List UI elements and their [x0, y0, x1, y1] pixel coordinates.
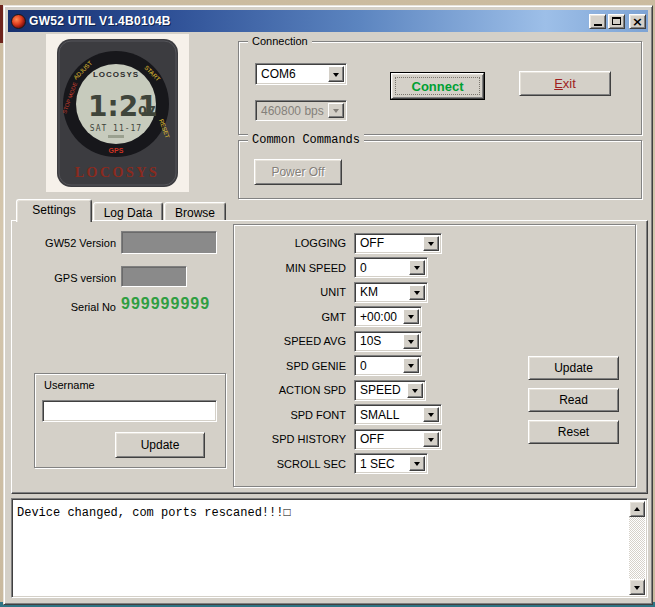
dropdown-arrow-icon[interactable] [407, 383, 423, 398]
arrow-down-glyph [428, 413, 434, 420]
minimize-button[interactable] [589, 14, 606, 29]
tab-log-data[interactable]: Log Data [93, 202, 163, 220]
close-button[interactable]: × [629, 14, 646, 29]
serial-no-label: Serial No [24, 301, 116, 313]
device-ampm: AM [140, 95, 149, 101]
status-log[interactable]: Device changed, com ports rescaned!!!□ [11, 498, 648, 598]
dropdown-arrow-icon[interactable] [409, 260, 425, 275]
serial-no-value: 999999999 [121, 295, 210, 313]
arrow-down-glyph [428, 242, 434, 249]
scroll-down-button[interactable] [629, 579, 645, 595]
reset-button[interactable]: Reset [528, 420, 619, 444]
vertical-scrollbar[interactable] [629, 501, 645, 595]
dropdown-arrow-icon [328, 103, 344, 118]
param-row-scroll-sec: SCROLL SEC 1 SEC [236, 452, 506, 477]
param-label: MIN SPEED [236, 262, 354, 274]
window-title: GW52 UTIL V1.4B0104B [29, 14, 589, 28]
gps-version-field [121, 266, 187, 287]
param-row-speed-avg: SPEED AVG 10S [236, 329, 506, 354]
dropdown-arrow-icon[interactable] [423, 407, 439, 422]
speed-avg-select[interactable]: 10S [354, 331, 422, 352]
dropdown-arrow-icon[interactable] [409, 285, 425, 300]
min-speed-select[interactable]: 0 [354, 257, 428, 278]
app-window: GW52 UTIL V1.4B0104B × LOCOSYS 1:21 AM 0… [3, 5, 653, 605]
param-row-spd-font: SPD FONT SMALL [236, 403, 506, 428]
gmt-select[interactable]: +00:00 [354, 306, 422, 327]
minimize-icon [594, 24, 602, 26]
dropdown-arrow-icon[interactable] [403, 358, 419, 373]
arrow-down-glyph [428, 438, 434, 445]
screenshot-root: GW52 UTIL V1.4B0104B × LOCOSYS 1:21 AM 0… [0, 0, 655, 607]
param-row-min-speed: MIN SPEED 0 [236, 256, 506, 281]
maximize-button[interactable] [608, 14, 625, 29]
update-button-label: Update [554, 361, 593, 375]
param-label: UNIT [236, 286, 354, 298]
param-label: SPD FONT [236, 409, 354, 421]
app-icon [11, 14, 26, 29]
param-label: GMT [236, 311, 354, 323]
tab-log-data-label: Log Data [104, 206, 153, 220]
device-lcd-brand: LOCOSYS [93, 70, 139, 79]
tab-browse[interactable]: Browse [164, 202, 226, 220]
param-row-logging: LOGGING OFF [236, 231, 506, 256]
read-button-label: Read [559, 393, 588, 407]
param-label: SPEED AVG [236, 335, 354, 347]
connect-button-label: Connect [412, 79, 464, 94]
logging-select[interactable]: OFF [354, 233, 442, 254]
device-settings-list: LOGGING OFF MIN SPEED 0 UNIT KM GMT +00:… [236, 231, 506, 476]
scroll-sec-select[interactable]: 1 SEC [354, 453, 428, 474]
gps-version-label: GPS version [24, 272, 116, 284]
titlebar-buttons: × [589, 14, 646, 29]
spd-history-select[interactable]: OFF [354, 429, 442, 450]
device-photo-image: LOCOSYS 1:21 AM 07 SAT 11-17 ADJUST STAR… [46, 34, 189, 192]
spd-font-select[interactable]: SMALL [354, 404, 442, 425]
dropdown-arrow-icon[interactable] [328, 66, 344, 82]
connect-button[interactable]: Connect [390, 72, 485, 100]
arrow-down-glyph [408, 364, 414, 371]
param-row-spd-history: SPD HISTORY OFF [236, 427, 506, 452]
baud-rate-select: 460800 bps [255, 100, 347, 121]
username-group: Username Update [34, 373, 226, 468]
connection-group-label: Connection [248, 35, 312, 48]
gw52-version-field [121, 231, 217, 254]
dropdown-arrow-icon[interactable] [423, 236, 439, 251]
exit-button-label: Exit [554, 76, 576, 91]
arrow-down-icon [634, 586, 640, 593]
arrow-down-glyph [408, 315, 414, 322]
spd-genie-select[interactable]: 0 [354, 355, 422, 376]
param-label: ACTION SPD [236, 384, 354, 396]
param-row-unit: UNIT KM [236, 280, 506, 305]
gw52-version-label: GW52 Version [24, 237, 116, 249]
scroll-up-button[interactable] [629, 501, 645, 517]
dropdown-arrow-icon[interactable] [403, 334, 419, 349]
param-row-gmt: GMT +00:00 [236, 305, 506, 330]
arrow-down-glyph [414, 462, 420, 469]
read-button[interactable]: Read [528, 388, 619, 412]
username-update-button-label: Update [141, 438, 180, 452]
tab-settings-label: Settings [32, 203, 75, 217]
action-spd-select[interactable]: SPEED [354, 380, 426, 401]
device-seconds: 07 [138, 103, 156, 118]
update-button[interactable]: Update [528, 356, 619, 380]
username-input[interactable] [42, 400, 217, 422]
exit-button[interactable]: Exit [519, 71, 611, 96]
dropdown-arrow-icon[interactable] [423, 432, 439, 447]
username-group-label: Username [44, 379, 95, 391]
param-label: SCROLL SEC [236, 458, 354, 470]
titlebar[interactable]: GW52 UTIL V1.4B0104B × [8, 10, 648, 32]
status-log-text: Device changed, com ports rescaned!!!□ [17, 506, 625, 520]
username-update-button[interactable]: Update [115, 432, 205, 458]
com-port-select[interactable]: COM6 [255, 63, 347, 85]
arrow-down-glyph [414, 291, 420, 298]
tab-settings[interactable]: Settings [16, 199, 92, 222]
unit-select[interactable]: KM [354, 282, 428, 303]
close-icon: × [632, 16, 643, 27]
dropdown-arrow-icon[interactable] [403, 309, 419, 324]
common-commands-group-label: Common Commands [248, 134, 364, 147]
arrow-down-glyph [333, 73, 339, 80]
reset-button-label: Reset [558, 425, 589, 439]
param-label: SPD HISTORY [236, 433, 354, 445]
device-brand-label: LOCOSYS [75, 165, 159, 180]
dropdown-arrow-icon[interactable] [409, 456, 425, 471]
param-label: SPD GENIE [236, 360, 354, 372]
